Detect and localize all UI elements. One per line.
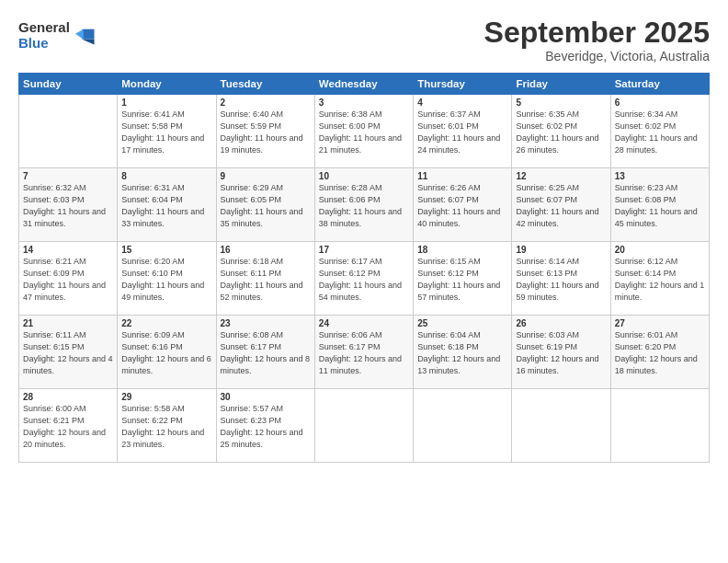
- calendar-cell: 1Sunrise: 6:41 AM Sunset: 5:58 PM Daylig…: [118, 95, 216, 168]
- cell-date: 27: [615, 318, 705, 328]
- cell-date: 2: [221, 98, 311, 108]
- cell-date: 8: [121, 171, 211, 181]
- cell-info: Sunrise: 6:06 AM Sunset: 6:17 PM Dayligh…: [319, 329, 409, 377]
- cell-date: 11: [417, 171, 507, 181]
- cell-info: Sunrise: 6:28 AM Sunset: 6:06 PM Dayligh…: [319, 182, 409, 230]
- calendar-cell: 9Sunrise: 6:29 AM Sunset: 6:05 PM Daylig…: [216, 168, 314, 242]
- location-title: Beveridge, Victoria, Australia: [484, 49, 710, 63]
- cell-info: Sunrise: 6:31 AM Sunset: 6:04 PM Dayligh…: [121, 182, 211, 230]
- week-row-1: 1Sunrise: 6:41 AM Sunset: 5:58 PM Daylig…: [19, 95, 710, 168]
- svg-marker-1: [82, 39, 94, 44]
- cell-info: Sunrise: 6:01 AM Sunset: 6:20 PM Dayligh…: [615, 329, 705, 377]
- logo-text: General Blue: [18, 20, 70, 51]
- cell-info: Sunrise: 6:11 AM Sunset: 6:15 PM Dayligh…: [23, 329, 113, 377]
- calendar-cell: 27Sunrise: 6:01 AM Sunset: 6:20 PM Dayli…: [610, 316, 709, 389]
- calendar-cell: 30Sunrise: 5:57 AM Sunset: 6:23 PM Dayli…: [216, 389, 314, 463]
- cell-info: Sunrise: 6:20 AM Sunset: 6:10 PM Dayligh…: [121, 256, 211, 304]
- calendar-cell: 12Sunrise: 6:25 AM Sunset: 6:07 PM Dayli…: [512, 168, 610, 242]
- cell-date: 22: [121, 318, 211, 328]
- cell-date: 15: [121, 245, 211, 255]
- col-header-wednesday: Wednesday: [314, 74, 413, 95]
- cell-date: 5: [516, 98, 606, 108]
- calendar-cell: 18Sunrise: 6:15 AM Sunset: 6:12 PM Dayli…: [414, 242, 512, 316]
- cell-date: 10: [319, 171, 409, 181]
- calendar-cell: 26Sunrise: 6:03 AM Sunset: 6:19 PM Dayli…: [512, 316, 610, 389]
- cell-date: 13: [615, 171, 705, 181]
- calendar-cell: [610, 389, 709, 463]
- calendar-table: SundayMondayTuesdayWednesdayThursdayFrid…: [18, 73, 710, 463]
- cell-info: Sunrise: 6:29 AM Sunset: 6:05 PM Dayligh…: [221, 182, 311, 230]
- cell-date: 18: [417, 245, 507, 255]
- cell-date: 9: [221, 171, 311, 181]
- cell-info: Sunrise: 6:41 AM Sunset: 5:58 PM Dayligh…: [121, 109, 211, 156]
- title-block: September 2025 Beveridge, Victoria, Aust…: [484, 17, 710, 63]
- col-header-sunday: Sunday: [19, 74, 118, 95]
- calendar-cell: 8Sunrise: 6:31 AM Sunset: 6:04 PM Daylig…: [118, 168, 216, 242]
- calendar-cell: 6Sunrise: 6:34 AM Sunset: 6:02 PM Daylig…: [610, 95, 709, 168]
- calendar-cell: 16Sunrise: 6:18 AM Sunset: 6:11 PM Dayli…: [216, 242, 314, 316]
- calendar-cell: 24Sunrise: 6:06 AM Sunset: 6:17 PM Dayli…: [314, 316, 413, 389]
- cell-info: Sunrise: 6:17 AM Sunset: 6:12 PM Dayligh…: [319, 256, 409, 304]
- header-row: SundayMondayTuesdayWednesdayThursdayFrid…: [19, 74, 710, 95]
- col-header-thursday: Thursday: [414, 74, 512, 95]
- week-row-2: 7Sunrise: 6:32 AM Sunset: 6:03 PM Daylig…: [19, 168, 710, 242]
- calendar-cell: [512, 389, 610, 463]
- calendar-cell: 2Sunrise: 6:40 AM Sunset: 5:59 PM Daylig…: [216, 95, 314, 168]
- calendar-cell: [414, 389, 512, 463]
- cell-date: 29: [121, 392, 211, 402]
- calendar-cell: 14Sunrise: 6:21 AM Sunset: 6:09 PM Dayli…: [19, 242, 118, 316]
- calendar-cell: 21Sunrise: 6:11 AM Sunset: 6:15 PM Dayli…: [19, 316, 118, 389]
- col-header-friday: Friday: [512, 74, 610, 95]
- cell-info: Sunrise: 6:03 AM Sunset: 6:19 PM Dayligh…: [516, 329, 606, 377]
- cell-date: 16: [221, 245, 311, 255]
- calendar-cell: 17Sunrise: 6:17 AM Sunset: 6:12 PM Dayli…: [314, 242, 413, 316]
- logo-general: General: [18, 20, 70, 36]
- cell-date: 26: [516, 318, 606, 328]
- calendar-cell: 29Sunrise: 5:58 AM Sunset: 6:22 PM Dayli…: [118, 389, 216, 463]
- svg-marker-0: [82, 29, 94, 39]
- cell-info: Sunrise: 6:32 AM Sunset: 6:03 PM Dayligh…: [23, 182, 113, 230]
- calendar-cell: 22Sunrise: 6:09 AM Sunset: 6:16 PM Dayli…: [118, 316, 216, 389]
- cell-info: Sunrise: 6:23 AM Sunset: 6:08 PM Dayligh…: [615, 182, 705, 230]
- calendar-cell: 15Sunrise: 6:20 AM Sunset: 6:10 PM Dayli…: [118, 242, 216, 316]
- month-title: September 2025: [484, 17, 710, 49]
- cell-date: 6: [615, 98, 705, 108]
- calendar-page: General Blue September 2025 Beveridge, V…: [0, 0, 728, 563]
- week-row-3: 14Sunrise: 6:21 AM Sunset: 6:09 PM Dayli…: [19, 242, 710, 316]
- calendar-cell: 3Sunrise: 6:38 AM Sunset: 6:00 PM Daylig…: [314, 95, 413, 168]
- calendar-cell: 23Sunrise: 6:08 AM Sunset: 6:17 PM Dayli…: [216, 316, 314, 389]
- logo-icon: [75, 26, 96, 46]
- cell-info: Sunrise: 6:26 AM Sunset: 6:07 PM Dayligh…: [417, 182, 507, 230]
- cell-date: 7: [23, 171, 113, 181]
- logo: General Blue: [18, 20, 96, 51]
- calendar-cell: 7Sunrise: 6:32 AM Sunset: 6:03 PM Daylig…: [19, 168, 118, 242]
- col-header-saturday: Saturday: [610, 74, 709, 95]
- cell-date: 1: [121, 98, 211, 108]
- cell-info: Sunrise: 6:40 AM Sunset: 5:59 PM Dayligh…: [221, 109, 311, 156]
- logo-blue: Blue: [18, 36, 70, 52]
- calendar-cell: [19, 95, 118, 168]
- cell-info: Sunrise: 6:09 AM Sunset: 6:16 PM Dayligh…: [121, 329, 211, 377]
- calendar-cell: 19Sunrise: 6:14 AM Sunset: 6:13 PM Dayli…: [512, 242, 610, 316]
- cell-date: 23: [221, 318, 311, 328]
- cell-date: 17: [319, 245, 409, 255]
- cell-info: Sunrise: 6:00 AM Sunset: 6:21 PM Dayligh…: [23, 403, 113, 451]
- week-row-4: 21Sunrise: 6:11 AM Sunset: 6:15 PM Dayli…: [19, 316, 710, 389]
- cell-date: 25: [417, 318, 507, 328]
- cell-info: Sunrise: 6:25 AM Sunset: 6:07 PM Dayligh…: [516, 182, 606, 230]
- calendar-cell: 11Sunrise: 6:26 AM Sunset: 6:07 PM Dayli…: [414, 168, 512, 242]
- cell-date: 19: [516, 245, 606, 255]
- cell-info: Sunrise: 6:37 AM Sunset: 6:01 PM Dayligh…: [417, 109, 507, 156]
- cell-info: Sunrise: 6:35 AM Sunset: 6:02 PM Dayligh…: [516, 109, 606, 156]
- cell-date: 4: [417, 98, 507, 108]
- cell-date: 14: [23, 245, 113, 255]
- cell-info: Sunrise: 6:34 AM Sunset: 6:02 PM Dayligh…: [615, 109, 705, 156]
- cell-info: Sunrise: 6:18 AM Sunset: 6:11 PM Dayligh…: [221, 256, 311, 304]
- col-header-monday: Monday: [118, 74, 216, 95]
- cell-date: 21: [23, 318, 113, 328]
- cell-info: Sunrise: 6:14 AM Sunset: 6:13 PM Dayligh…: [516, 256, 606, 304]
- cell-info: Sunrise: 6:21 AM Sunset: 6:09 PM Dayligh…: [23, 256, 113, 304]
- cell-info: Sunrise: 5:58 AM Sunset: 6:22 PM Dayligh…: [121, 403, 211, 451]
- cell-date: 12: [516, 171, 606, 181]
- calendar-cell: 5Sunrise: 6:35 AM Sunset: 6:02 PM Daylig…: [512, 95, 610, 168]
